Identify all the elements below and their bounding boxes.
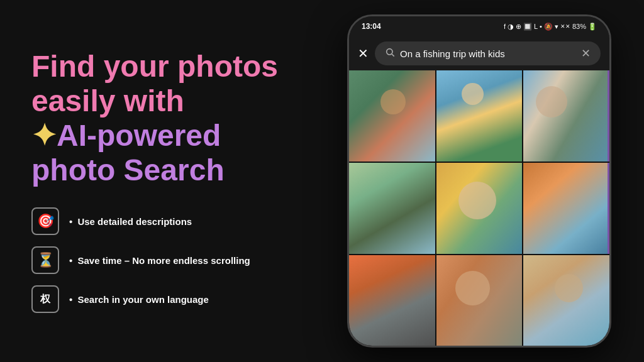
hourglass-icon: ⏳ (31, 246, 59, 274)
photo-cell-5[interactable] (436, 163, 523, 254)
feature-item-3: 权 • Search in your own language (31, 285, 289, 313)
photo-cell-8[interactable] (436, 255, 523, 346)
photo-cell-9[interactable] (523, 255, 609, 346)
language-icon: 权 (31, 285, 59, 313)
search-input-box[interactable]: On a fishing trip with kids ✕ (375, 41, 601, 65)
headline-line2: easily with (31, 84, 289, 118)
photo-cell-1[interactable] (349, 70, 435, 162)
feature-text-2: • Save time – No more endless scrolling (69, 255, 250, 266)
phone-frame: 13:04 f ◑ ⊕ 🔲 L • 🔕 ▾ ✕✕ 83% 🔋 ✕ (347, 14, 611, 348)
status-time: 13:04 (362, 22, 381, 31)
clear-search-button[interactable]: ✕ (581, 47, 591, 60)
headline-line4: photo Search (31, 153, 289, 187)
headline: Find your photos easily with ✦✦AI-powere… (31, 49, 289, 188)
status-bar: 13:04 f ◑ ⊕ 🔲 L • 🔕 ▾ ✕✕ 83% 🔋 (349, 16, 609, 36)
headline-line1: Find your photos (31, 49, 289, 84)
feature-item-1: 🎯 • Use detailed descriptions (31, 207, 289, 235)
right-panel: 13:04 f ◑ ⊕ 🔲 L • 🔕 ▾ ✕✕ 83% 🔋 ✕ (314, 0, 644, 362)
left-panel: Find your photos easily with ✦✦AI-powere… (0, 24, 314, 339)
svg-line-1 (392, 54, 394, 57)
photo-cell-3[interactable] (523, 70, 609, 162)
search-icon (385, 47, 395, 60)
photo-grid (349, 70, 609, 346)
target-icon: 🎯 (31, 207, 59, 235)
photo-cell-2[interactable] (436, 70, 523, 162)
feature-item-2: ⏳ • Save time – No more endless scrollin… (31, 246, 289, 274)
feature-text-1: • Use detailed descriptions (69, 216, 192, 227)
search-query-text: On a fishing trip with kids (400, 48, 576, 59)
feature-text-3: • Search in your own language (69, 294, 209, 305)
back-button[interactable]: ✕ (358, 46, 369, 61)
photo-cell-6[interactable] (523, 163, 609, 254)
features-list: 🎯 • Use detailed descriptions ⏳ • Save t… (31, 207, 289, 313)
photo-cell-4[interactable] (349, 163, 435, 254)
status-icons: f ◑ ⊕ 🔲 L • 🔕 ▾ ✕✕ 83% 🔋 (504, 23, 597, 31)
battery-level: 83% (572, 23, 586, 30)
headline-line3: ✦✦AI-poweredAI-powered (31, 118, 289, 153)
svg-point-0 (387, 49, 392, 55)
phone-wrapper: 13:04 f ◑ ⊕ 🔲 L • 🔕 ▾ ✕✕ 83% 🔋 ✕ (347, 14, 611, 348)
sparkle-icon: ✦ (31, 119, 57, 152)
search-bar-container[interactable]: ✕ On a fishing trip with kids ✕ (349, 36, 609, 70)
photo-cell-7[interactable] (349, 255, 435, 346)
